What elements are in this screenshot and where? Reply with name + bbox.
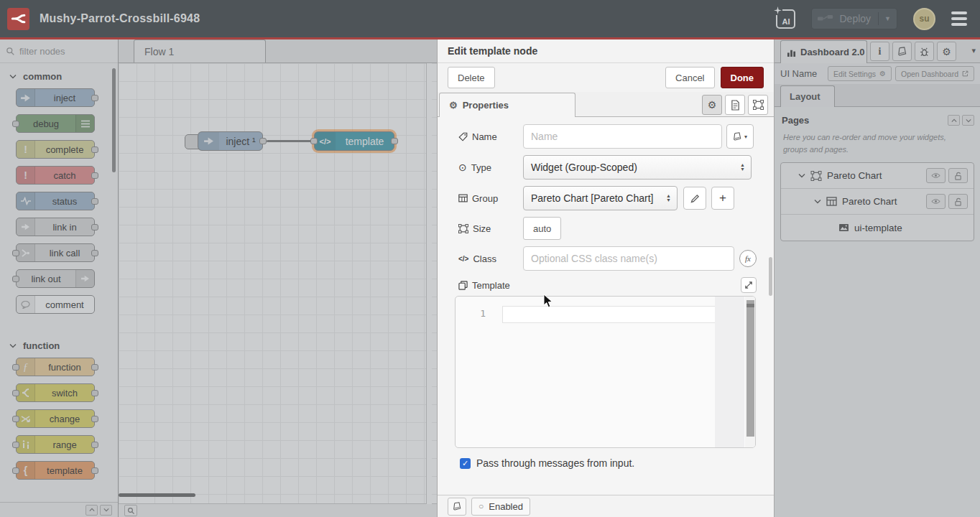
palette-search-placeholder: filter nodes [19,46,65,57]
palette-node-range[interactable]: range [16,435,95,454]
size-icon [458,224,468,233]
editor-scrollbar[interactable] [745,297,755,447]
tree-row-widget-ui-template[interactable]: ui-template [781,215,974,241]
output-port[interactable] [259,138,267,144]
config-tab-button[interactable]: ⚙ [937,42,956,61]
chevron-down-icon [9,74,17,79]
expand-all-button[interactable] [100,505,112,516]
pages-title: Pages [782,115,809,126]
palette-node-link-out[interactable]: link out [16,269,95,288]
page-icon [810,171,822,181]
tab-dashboard-2[interactable]: Dashboard 2.0 [780,40,867,63]
input-port[interactable] [310,138,318,144]
palette-scrollbar[interactable] [112,68,116,172]
class-input[interactable] [523,246,734,271]
wire-inject-to-template[interactable] [267,140,314,142]
book-icon [897,47,907,56]
palette-node-function[interactable]: ƒ function [16,358,95,376]
sidebar-tab-bar: Dashboard 2.0 i ⚙ ▾ [775,39,980,63]
palette-node-debug[interactable]: debug [16,114,95,133]
done-button[interactable]: Done [721,67,764,88]
info-tab-button[interactable]: i [870,42,889,61]
copy-icon [458,281,468,290]
user-avatar[interactable]: su [913,8,935,30]
lock-toggle-button[interactable] [948,168,968,183]
tab-properties[interactable]: ⚙ Properties [439,93,575,117]
template-code-editor[interactable]: 1 [455,296,756,448]
link-icon [75,270,94,287]
chevron-down-icon [814,199,821,204]
expand-editor-button[interactable] [741,277,757,293]
lock-toggle-button[interactable] [948,194,968,209]
appearance-view-button[interactable] [748,95,768,115]
palette-node-complete[interactable]: ! complete [16,140,95,159]
description-view-button[interactable] [725,95,745,115]
book-icon [733,132,741,141]
palette-category-function[interactable]: function [0,332,118,358]
palette-category-common[interactable]: common [0,63,118,88]
canvas-node-inject[interactable]: inject ¹ [198,131,263,151]
unlock-icon [954,172,962,180]
properties-view-button[interactable]: ⚙ [702,95,722,115]
size-row: Size auto [458,217,757,240]
workspace-title: Mushy-Parrot-Crossbill-6948 [40,12,200,25]
palette-search[interactable]: filter nodes [0,39,118,63]
type-select[interactable]: Widget (Group-Scoped) ▲▼ [523,155,752,180]
class-fx-button[interactable]: fx [739,250,757,267]
size-button[interactable]: auto [523,217,561,240]
tree-row-group-pareto-chart[interactable]: Pareto Chart [781,189,974,215]
canvas-vertical-scrollbar[interactable] [426,63,432,504]
palette-node-template[interactable]: { template [16,461,95,480]
cancel-button[interactable]: Cancel [665,67,714,88]
name-library-button[interactable]: ▾ [726,124,754,149]
chevron-down-icon [798,173,805,178]
collapse-pages-button[interactable] [948,115,960,126]
add-group-button[interactable]: + [711,187,734,210]
debug-tab-button[interactable] [915,42,934,61]
palette-node-catch[interactable]: ! catch [16,166,95,185]
open-dashboard-button[interactable]: Open Dashboard [895,66,974,81]
tree-row-page-pareto-chart[interactable]: Pareto Chart [781,163,974,189]
edit-settings-button[interactable]: Edit Settings ⚙ [828,66,892,81]
palette-node-change[interactable]: change [16,409,95,428]
passthrough-label: Pass through messages from input. [476,457,634,469]
help-tab-button[interactable] [892,42,912,61]
dialog-scrollbar[interactable] [769,257,772,296]
palette-node-comment[interactable]: comment [16,295,95,314]
tab-layout[interactable]: Layout [780,85,835,107]
canvas-node-template-selected[interactable]: </> template [314,131,394,151]
deploy-button[interactable]: Deploy ▼ [811,8,897,29]
palette-node-inject[interactable]: inject [16,88,95,107]
inject-arrow-icon [198,132,219,150]
collapse-all-button[interactable] [85,505,98,516]
caret-down-icon: ▾ [744,134,747,140]
sparkle-icon [773,6,782,15]
name-input[interactable] [523,124,722,149]
main-menu-button[interactable] [951,11,967,26]
palette-node-switch[interactable]: switch [16,383,95,402]
ai-assistant-button[interactable]: AI [776,9,795,29]
canvas-search-button[interactable] [124,505,137,516]
canvas-horizontal-scrollbar[interactable] [119,493,195,497]
tab-flow-1[interactable]: Flow 1 [134,39,266,62]
select-arrows-icon: ▲▼ [660,194,671,202]
workspace-grid[interactable]: inject ¹ </> template [119,63,437,504]
expand-pages-button[interactable] [962,115,974,126]
enabled-toggle-button[interactable]: ○ Enabled [471,498,530,516]
visibility-toggle-button[interactable] [926,168,946,183]
sidebar-menu-caret-icon[interactable]: ▾ [971,46,976,55]
deploy-dropdown-icon[interactable]: ▼ [884,15,891,22]
passthrough-checkbox[interactable]: ✓ [460,458,471,469]
palette-node-link-in[interactable]: link in [16,218,95,236]
output-port[interactable] [391,138,398,144]
node-info-button[interactable] [448,498,466,516]
canvas-footer [119,503,437,517]
edit-group-button[interactable] [683,187,706,210]
group-select[interactable]: Pareto Chart [Pareto Chart] ▲▼ [523,186,678,210]
search-icon [127,507,135,515]
visibility-toggle-button[interactable] [926,194,946,209]
palette-node-status[interactable]: status [16,192,95,210]
search-icon [6,47,15,56]
palette-node-link-call[interactable]: link call [16,243,95,262]
delete-button[interactable]: Delete [448,67,495,88]
